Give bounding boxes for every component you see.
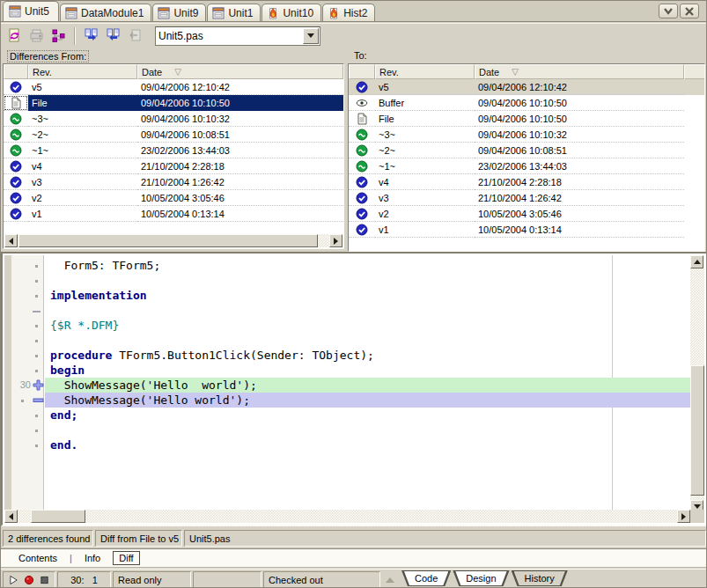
- row-filler: [684, 143, 704, 158]
- row-filler: [684, 79, 704, 95]
- revision-row[interactable]: v210/05/2004 3:05:46: [349, 206, 704, 222]
- tab-contents[interactable]: Contents: [13, 552, 63, 564]
- editor-tab-unit1[interactable]: Unit1: [207, 4, 261, 21]
- revision-row[interactable]: v321/10/2004 1:26:42: [349, 190, 704, 206]
- combobox-dropdown-button[interactable]: [303, 28, 319, 44]
- stop-button[interactable]: [40, 575, 49, 585]
- row-state-cell: [4, 127, 28, 143]
- revert-button[interactable]: [125, 26, 145, 46]
- history-view-tabs: Contents | Info Diff: [1, 548, 707, 568]
- revision-row[interactable]: v210/05/2004 3:05:46: [4, 190, 343, 206]
- row-date-cell: 21/10/2004 1:26:42: [475, 190, 684, 206]
- revision-row[interactable]: ~2~09/04/2006 10:08:51: [349, 143, 704, 158]
- sort-indicator-icon: ▽: [174, 67, 181, 77]
- revision-row[interactable]: v421/10/2004 2:28:18: [349, 174, 704, 190]
- scrollbar-thumb[interactable]: [690, 365, 704, 496]
- code-line: {$R *.DFM}: [4, 318, 692, 333]
- check-circle-icon: [10, 81, 22, 93]
- tab-design[interactable]: Design: [453, 570, 509, 586]
- revision-row[interactable]: ~1~23/02/2006 13:44:03: [349, 158, 704, 174]
- revision-row[interactable]: v509/04/2006 12:10:42: [349, 79, 704, 95]
- file-selector-combobox[interactable]: [155, 26, 320, 46]
- code-line: ShowMessage('Hello world');: [4, 393, 692, 408]
- play-button[interactable]: [9, 575, 18, 585]
- next-difference-icon: [84, 28, 99, 43]
- record-button[interactable]: [24, 575, 34, 585]
- row-rev-cell: ~1~: [375, 158, 475, 174]
- row-state-cell: [4, 206, 28, 222]
- row-filler: [684, 111, 704, 127]
- tab-code[interactable]: Code: [401, 570, 451, 586]
- horizontal-scrollbar[interactable]: [4, 510, 690, 523]
- editor-tab-unit10[interactable]: Unit10: [261, 4, 321, 21]
- list-header-date[interactable]: Date▽: [137, 64, 343, 79]
- collapse-button[interactable]: [659, 4, 678, 18]
- close-button[interactable]: [680, 4, 699, 18]
- revision-row[interactable]: v421/10/2004 2:28:18: [4, 158, 343, 174]
- toolbar-buttons: [4, 26, 145, 46]
- row-rev-cell: File: [28, 95, 137, 111]
- vertical-scrollbar[interactable]: [690, 255, 704, 513]
- code-line: end.: [4, 437, 692, 452]
- next-difference-button[interactable]: [81, 26, 101, 46]
- previous-difference-icon: [106, 28, 121, 43]
- row-state-cell: [349, 79, 375, 95]
- code-line: [4, 303, 692, 318]
- form-icon: [9, 5, 21, 18]
- scroll-right-button[interactable]: [329, 234, 342, 247]
- rollback-icon: [10, 144, 22, 157]
- scrollbar-thumb[interactable]: [31, 510, 85, 523]
- diff-remove-icon: [33, 394, 44, 406]
- scroll-right-button[interactable]: [677, 510, 690, 523]
- scroll-left-button[interactable]: [4, 234, 18, 247]
- row-rev-cell: Buffer: [375, 95, 475, 111]
- row-filler: [684, 206, 704, 222]
- scrollbar-track[interactable]: [690, 268, 704, 500]
- code-line: [4, 273, 692, 288]
- list-header-date[interactable]: Date▽: [475, 64, 684, 79]
- revision-row[interactable]: v110/05/2004 0:13:14: [349, 222, 704, 238]
- list-header-rev[interactable]: Rev.: [375, 64, 475, 79]
- previous-difference-button[interactable]: [103, 26, 123, 46]
- scroll-up-button[interactable]: [690, 255, 703, 268]
- code-text: implementation: [45, 288, 692, 303]
- revision-row[interactable]: ~1~23/02/2006 13:44:03: [4, 143, 343, 158]
- scrollbar-thumb[interactable]: [18, 234, 318, 247]
- file-selector-input[interactable]: [156, 30, 303, 42]
- row-rev-cell: ~2~: [28, 127, 137, 143]
- scroll-left-button[interactable]: [4, 510, 18, 523]
- code-gutter-cell: [4, 318, 45, 333]
- revision-row[interactable]: Buffer09/04/2006 10:10:50: [349, 95, 704, 111]
- revision-row[interactable]: ~3~09/04/2006 10:10:32: [4, 111, 343, 127]
- scrollbar-track[interactable]: [18, 510, 677, 523]
- diff-map-button[interactable]: [48, 26, 69, 46]
- tab-diff[interactable]: Diff: [113, 551, 139, 565]
- revision-row[interactable]: ~2~09/04/2006 10:08:51: [4, 127, 343, 143]
- row-filler: [684, 158, 704, 174]
- refresh-button[interactable]: [4, 26, 25, 46]
- history-diff-window: { "colors": { "selection_bg": "#0a246a",…: [0, 0, 707, 588]
- compare-button[interactable]: [26, 26, 47, 46]
- line-dot-marker: [35, 325, 38, 327]
- check-circle-icon: [356, 192, 368, 204]
- tab-info[interactable]: Info: [79, 552, 106, 564]
- list-header-state[interactable]: [349, 64, 375, 79]
- editor-tab-datamodule1[interactable]: DataModule1: [60, 4, 151, 21]
- scrollbar-track[interactable]: [18, 234, 329, 247]
- revision-row[interactable]: ~3~09/04/2006 10:10:32: [349, 127, 704, 143]
- revision-row[interactable]: v110/05/2004 0:13:14: [4, 206, 343, 222]
- row-date-cell: 09/04/2006 10:10:50: [475, 111, 684, 127]
- row-date-cell: 23/02/2006 13:44:03: [137, 143, 343, 158]
- tab-history[interactable]: History: [512, 570, 568, 586]
- editor-tab-unit9[interactable]: Unit9: [152, 4, 206, 21]
- editor-tab-unit5[interactable]: Unit5: [3, 1, 59, 21]
- horizontal-scrollbar[interactable]: [4, 234, 342, 247]
- revision-row[interactable]: File09/04/2006 10:10:50: [4, 95, 343, 111]
- list-header-state[interactable]: [4, 64, 28, 79]
- line-dot-marker: [35, 280, 38, 283]
- revision-row[interactable]: v321/10/2004 1:26:42: [4, 174, 343, 190]
- editor-tab-hist2[interactable]: Hist2: [322, 4, 375, 21]
- revision-row[interactable]: v509/04/2006 12:10:42: [4, 79, 343, 95]
- revision-row[interactable]: File09/04/2006 10:10:50: [349, 111, 704, 127]
- list-header-rev[interactable]: Rev.: [28, 64, 137, 79]
